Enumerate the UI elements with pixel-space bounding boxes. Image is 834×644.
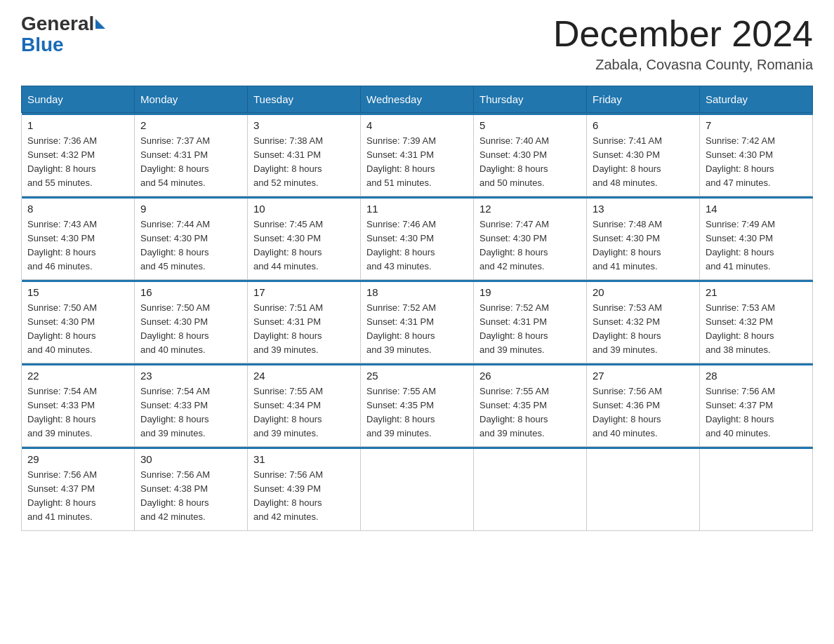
col-header-tuesday: Tuesday xyxy=(248,86,361,113)
week-row: 8Sunrise: 7:43 AMSunset: 4:30 PMDaylight… xyxy=(22,199,813,280)
col-header-wednesday: Wednesday xyxy=(361,86,474,113)
col-header-monday: Monday xyxy=(135,86,248,113)
day-info: Sunrise: 7:42 AMSunset: 4:30 PMDaylight:… xyxy=(706,134,807,191)
day-cell: 9Sunrise: 7:44 AMSunset: 4:30 PMDaylight… xyxy=(135,199,248,280)
day-cell: 20Sunrise: 7:53 AMSunset: 4:32 PMDayligh… xyxy=(587,282,700,363)
day-info: Sunrise: 7:52 AMSunset: 4:31 PMDaylight:… xyxy=(479,301,581,358)
week-row: 29Sunrise: 7:56 AMSunset: 4:37 PMDayligh… xyxy=(22,449,813,530)
day-number: 27 xyxy=(593,370,694,382)
day-cell: 22Sunrise: 7:54 AMSunset: 4:33 PMDayligh… xyxy=(22,365,135,447)
day-cell: 15Sunrise: 7:50 AMSunset: 4:30 PMDayligh… xyxy=(22,282,135,363)
day-info: Sunrise: 7:52 AMSunset: 4:31 PMDaylight:… xyxy=(366,301,468,358)
day-number: 10 xyxy=(253,203,355,215)
day-info: Sunrise: 7:56 AMSunset: 4:39 PMDaylight:… xyxy=(253,468,355,525)
day-info: Sunrise: 7:41 AMSunset: 4:30 PMDaylight:… xyxy=(593,134,694,191)
day-info: Sunrise: 7:55 AMSunset: 4:35 PMDaylight:… xyxy=(366,384,468,441)
week-row: 22Sunrise: 7:54 AMSunset: 4:33 PMDayligh… xyxy=(22,365,813,447)
day-cell: 6Sunrise: 7:41 AMSunset: 4:30 PMDaylight… xyxy=(587,115,700,196)
day-cell: 1Sunrise: 7:36 AMSunset: 4:32 PMDaylight… xyxy=(22,115,135,196)
week-row: 15Sunrise: 7:50 AMSunset: 4:30 PMDayligh… xyxy=(22,282,813,363)
day-number: 11 xyxy=(366,203,468,215)
day-number: 22 xyxy=(27,370,128,382)
day-number: 30 xyxy=(140,453,241,465)
day-info: Sunrise: 7:48 AMSunset: 4:30 PMDaylight:… xyxy=(593,217,694,274)
logo-general-text: General xyxy=(21,14,94,34)
day-number: 28 xyxy=(706,370,807,382)
day-info: Sunrise: 7:56 AMSunset: 4:36 PMDaylight:… xyxy=(593,384,694,441)
day-cell: 26Sunrise: 7:55 AMSunset: 4:35 PMDayligh… xyxy=(474,365,587,447)
day-cell: 14Sunrise: 7:49 AMSunset: 4:30 PMDayligh… xyxy=(700,199,813,280)
day-info: Sunrise: 7:38 AMSunset: 4:31 PMDaylight:… xyxy=(253,134,355,191)
day-cell: 24Sunrise: 7:55 AMSunset: 4:34 PMDayligh… xyxy=(248,365,361,447)
day-cell: 23Sunrise: 7:54 AMSunset: 4:33 PMDayligh… xyxy=(135,365,248,447)
day-cell: 3Sunrise: 7:38 AMSunset: 4:31 PMDaylight… xyxy=(248,115,361,196)
day-cell: 19Sunrise: 7:52 AMSunset: 4:31 PMDayligh… xyxy=(474,282,587,363)
day-info: Sunrise: 7:47 AMSunset: 4:30 PMDaylight:… xyxy=(479,217,581,274)
day-number: 18 xyxy=(366,286,468,298)
col-header-thursday: Thursday xyxy=(474,86,587,113)
day-number: 5 xyxy=(479,119,581,131)
day-number: 9 xyxy=(140,203,241,215)
day-info: Sunrise: 7:50 AMSunset: 4:30 PMDaylight:… xyxy=(140,301,241,358)
day-info: Sunrise: 7:54 AMSunset: 4:33 PMDaylight:… xyxy=(140,384,241,441)
day-number: 25 xyxy=(366,370,468,382)
day-number: 1 xyxy=(27,119,128,131)
day-cell: 7Sunrise: 7:42 AMSunset: 4:30 PMDaylight… xyxy=(700,115,813,196)
day-number: 7 xyxy=(706,119,807,131)
calendar-table: SundayMondayTuesdayWednesdayThursdayFrid… xyxy=(21,86,813,530)
header-row: SundayMondayTuesdayWednesdayThursdayFrid… xyxy=(22,86,813,113)
day-cell: 30Sunrise: 7:56 AMSunset: 4:38 PMDayligh… xyxy=(135,449,248,530)
day-number: 26 xyxy=(479,370,581,382)
day-info: Sunrise: 7:46 AMSunset: 4:30 PMDaylight:… xyxy=(366,217,468,274)
day-cell: 31Sunrise: 7:56 AMSunset: 4:39 PMDayligh… xyxy=(248,449,361,530)
day-cell: 2Sunrise: 7:37 AMSunset: 4:31 PMDaylight… xyxy=(135,115,248,196)
day-number: 3 xyxy=(253,119,355,131)
logo: General Blue xyxy=(21,14,107,56)
day-info: Sunrise: 7:36 AMSunset: 4:32 PMDaylight:… xyxy=(27,134,128,191)
day-info: Sunrise: 7:55 AMSunset: 4:35 PMDaylight:… xyxy=(479,384,581,441)
day-cell: 21Sunrise: 7:53 AMSunset: 4:32 PMDayligh… xyxy=(700,282,813,363)
day-cell: 17Sunrise: 7:51 AMSunset: 4:31 PMDayligh… xyxy=(248,282,361,363)
day-info: Sunrise: 7:56 AMSunset: 4:37 PMDaylight:… xyxy=(27,468,128,525)
logo-blue-text: Blue xyxy=(21,34,64,56)
title-block: December 2024 Zabala, Covasna County, Ro… xyxy=(553,14,813,73)
day-cell xyxy=(587,449,700,530)
day-cell: 28Sunrise: 7:56 AMSunset: 4:37 PMDayligh… xyxy=(700,365,813,447)
day-cell: 27Sunrise: 7:56 AMSunset: 4:36 PMDayligh… xyxy=(587,365,700,447)
col-header-friday: Friday xyxy=(587,86,700,113)
day-number: 23 xyxy=(140,370,241,382)
day-number: 16 xyxy=(140,286,241,298)
day-number: 8 xyxy=(27,203,128,215)
day-number: 31 xyxy=(253,453,355,465)
col-header-saturday: Saturday xyxy=(700,86,813,113)
day-cell xyxy=(700,449,813,530)
day-cell: 18Sunrise: 7:52 AMSunset: 4:31 PMDayligh… xyxy=(361,282,474,363)
day-cell: 11Sunrise: 7:46 AMSunset: 4:30 PMDayligh… xyxy=(361,199,474,280)
day-number: 29 xyxy=(27,453,128,465)
day-info: Sunrise: 7:40 AMSunset: 4:30 PMDaylight:… xyxy=(479,134,581,191)
col-header-sunday: Sunday xyxy=(22,86,135,113)
day-number: 14 xyxy=(706,203,807,215)
day-cell: 4Sunrise: 7:39 AMSunset: 4:31 PMDaylight… xyxy=(361,115,474,196)
month-title: December 2024 xyxy=(553,14,813,54)
day-number: 15 xyxy=(27,286,128,298)
day-cell: 8Sunrise: 7:43 AMSunset: 4:30 PMDaylight… xyxy=(22,199,135,280)
day-number: 21 xyxy=(706,286,807,298)
day-number: 20 xyxy=(593,286,694,298)
day-info: Sunrise: 7:39 AMSunset: 4:31 PMDaylight:… xyxy=(366,134,468,191)
day-cell: 16Sunrise: 7:50 AMSunset: 4:30 PMDayligh… xyxy=(135,282,248,363)
day-cell: 13Sunrise: 7:48 AMSunset: 4:30 PMDayligh… xyxy=(587,199,700,280)
day-info: Sunrise: 7:44 AMSunset: 4:30 PMDaylight:… xyxy=(140,217,241,274)
day-number: 4 xyxy=(366,119,468,131)
day-cell xyxy=(361,449,474,530)
day-info: Sunrise: 7:53 AMSunset: 4:32 PMDaylight:… xyxy=(593,301,694,358)
day-cell: 10Sunrise: 7:45 AMSunset: 4:30 PMDayligh… xyxy=(248,199,361,280)
day-cell: 5Sunrise: 7:40 AMSunset: 4:30 PMDaylight… xyxy=(474,115,587,196)
day-number: 24 xyxy=(253,370,355,382)
day-info: Sunrise: 7:37 AMSunset: 4:31 PMDaylight:… xyxy=(140,134,241,191)
day-number: 6 xyxy=(593,119,694,131)
day-cell: 12Sunrise: 7:47 AMSunset: 4:30 PMDayligh… xyxy=(474,199,587,280)
day-number: 19 xyxy=(479,286,581,298)
day-info: Sunrise: 7:56 AMSunset: 4:37 PMDaylight:… xyxy=(706,384,807,441)
day-number: 17 xyxy=(253,286,355,298)
